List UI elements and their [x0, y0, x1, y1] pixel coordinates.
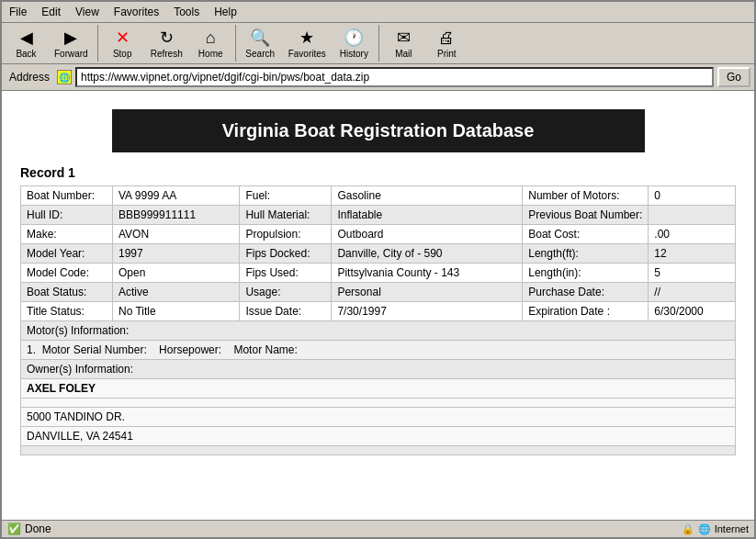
length-in-label: Length(in): [523, 264, 649, 283]
print-icon: 🖨 [438, 28, 455, 48]
print-button[interactable]: 🖨 Print [426, 27, 468, 61]
model-code-value: Open [113, 264, 240, 283]
favorites-icon: ★ [299, 28, 314, 48]
length-in-value: 5 [649, 264, 736, 283]
history-button[interactable]: 🕐 History [333, 26, 375, 61]
history-icon: 🕐 [344, 28, 364, 48]
home-icon: ⌂ [206, 28, 216, 48]
table-row: Model Year: 1997 Fips Docked: Danville, … [21, 244, 736, 264]
model-year-value: 1997 [113, 244, 240, 264]
go-button[interactable]: Go [717, 67, 750, 87]
back-label: Back [16, 49, 36, 59]
model-code-label: Model Code: [21, 264, 113, 283]
favorites-label: Favorites [288, 49, 326, 59]
menubar: File Edit View Favorites Tools Help [2, 2, 754, 23]
table-row [21, 399, 736, 408]
back-button[interactable]: ◀ Back [6, 26, 47, 61]
fips-docked-label: Fips Docked: [240, 244, 332, 264]
expiration-date-value: 6/30/2000 [649, 302, 736, 321]
prev-boat-value [649, 206, 736, 225]
back-icon: ◀ [20, 28, 33, 48]
usage-value: Personal [332, 283, 523, 302]
boat-status-value: Active [113, 283, 240, 302]
print-label: Print [437, 49, 457, 59]
title-status-value: No Title [113, 302, 240, 321]
motor-detail: 1. Motor Serial Number: Horsepower: Moto… [21, 341, 736, 360]
addressbar: Address 🌐 Go [2, 64, 754, 91]
issue-date-label: Issue Date: [240, 302, 332, 321]
issue-date-value: 7/30/1997 [332, 302, 523, 321]
forward-icon: ▶ [64, 28, 77, 48]
forward-label: Forward [54, 49, 88, 59]
boat-status-label: Boat Status: [21, 283, 113, 302]
fuel-label: Fuel: [240, 186, 332, 206]
statusbar: ✅ Done 🔒 🌐 Internet [2, 520, 754, 537]
owner-name-row: AXEL FOLEY [21, 379, 736, 399]
record-heading: Record 1 [20, 165, 736, 180]
table-row: Hull ID: BBB999911111 Hull Material: Inf… [21, 206, 736, 225]
menu-tools[interactable]: Tools [166, 4, 207, 20]
propulsion-label: Propulsion: [240, 225, 332, 244]
purchase-date-label: Purchase Date: [523, 283, 649, 302]
refresh-icon: ↻ [160, 28, 174, 48]
menu-view[interactable]: View [68, 4, 107, 20]
toolbar: ◀ Back ▶ Forward ✕ Stop ↻ Refresh ⌂ Home… [2, 23, 754, 64]
separator-2 [235, 25, 236, 62]
home-button[interactable]: ⌂ Home [190, 27, 231, 61]
status-icon: ✅ [7, 522, 21, 535]
motors-header-row: Motor(s) Information: [21, 321, 736, 341]
table-row [21, 446, 736, 455]
horsepower-label: Horsepower: [159, 343, 221, 356]
fips-used-value: Pittsylvania County - 143 [332, 264, 523, 283]
forward-button[interactable]: ▶ Forward [49, 26, 94, 61]
expiration-date-label: Expiration Date : [523, 302, 649, 321]
favorites-button[interactable]: ★ Favorites [283, 26, 332, 61]
search-label: Search [245, 49, 275, 59]
owner-address1: 5000 TANDINO DR. [21, 408, 736, 427]
menu-help[interactable]: Help [207, 4, 244, 20]
hull-material-value: Inflatable [332, 206, 523, 225]
search-button[interactable]: 🔍 Search [240, 26, 281, 61]
fips-docked-value: Danville, City of - 590 [332, 244, 523, 264]
browser-window: File Edit View Favorites Tools Help ◀ Ba… [0, 0, 756, 539]
content-area: Virginia Boat Registration Database Reco… [2, 91, 754, 520]
prev-boat-label: Previous Boat Number: [523, 206, 649, 225]
length-ft-value: 12 [649, 244, 736, 264]
num-motors-value: 0 [649, 186, 736, 206]
stop-button[interactable]: ✕ Stop [102, 26, 143, 61]
length-ft-label: Length(ft): [523, 244, 649, 264]
boat-number-label: Boat Number: [21, 186, 113, 206]
mail-label: Mail [395, 49, 412, 59]
table-row: Boat Number: VA 9999 AA Fuel: Gasoline N… [21, 186, 736, 206]
hull-id-value: BBB999911111 [113, 206, 240, 225]
refresh-label: Refresh [151, 49, 183, 59]
security-icon: 🔒 [682, 523, 694, 535]
search-icon: 🔍 [250, 28, 270, 48]
mail-button[interactable]: ✉ Mail [383, 26, 424, 61]
table-row: Make: AVON Propulsion: Outboard Boat Cos… [21, 225, 736, 244]
make-label: Make: [21, 225, 113, 244]
menu-file[interactable]: File [2, 4, 34, 20]
address-input[interactable] [75, 67, 714, 87]
status-text: Done [25, 522, 51, 535]
stop-icon: ✕ [116, 28, 130, 48]
model-year-label: Model Year: [21, 244, 113, 264]
owner-address2: DANVILLE, VA 24541 [21, 427, 736, 446]
zone-text: Internet [715, 523, 749, 534]
address-label: Address [6, 69, 53, 85]
menu-favorites[interactable]: Favorites [107, 4, 166, 20]
purchase-date-value: // [649, 283, 736, 302]
status-right: 🔒 🌐 Internet [682, 523, 749, 535]
boat-cost-label: Boat Cost: [523, 225, 649, 244]
owner-address2-row: DANVILLE, VA 24541 [21, 427, 736, 446]
owner-address1-row: 5000 TANDINO DR. [21, 408, 736, 427]
motor-detail-row: 1. Motor Serial Number: Horsepower: Moto… [21, 341, 736, 360]
propulsion-value: Outboard [332, 225, 523, 244]
zone-icon: 🌐 [698, 523, 711, 535]
menu-edit[interactable]: Edit [34, 4, 68, 20]
fips-used-label: Fips Used: [240, 264, 332, 283]
refresh-button[interactable]: ↻ Refresh [145, 26, 188, 61]
status-left: ✅ Done [7, 522, 51, 535]
separator-3 [378, 25, 379, 62]
mail-icon: ✉ [397, 28, 411, 48]
